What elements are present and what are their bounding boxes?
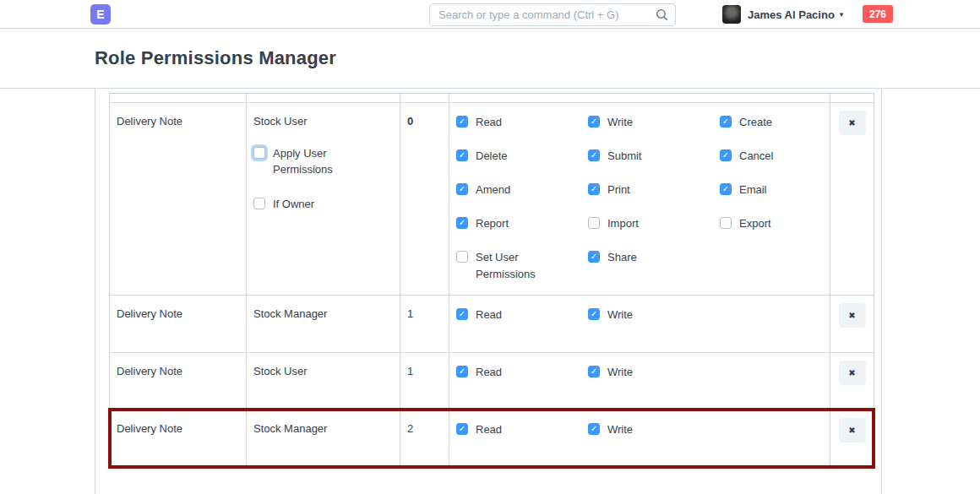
checkbox-label: Email bbox=[739, 182, 767, 198]
checkbox-icon: ✓ bbox=[456, 183, 468, 195]
checkbox-label: Write bbox=[607, 307, 633, 323]
permission-checkbox[interactable]: ✓ Write bbox=[588, 421, 720, 438]
document-type-cell: Delivery Note bbox=[110, 410, 247, 467]
permission-checkbox[interactable]: ✓ Cancel bbox=[720, 148, 830, 165]
role-name: Stock Manager bbox=[253, 307, 393, 323]
checkbox-label: Print bbox=[607, 182, 630, 198]
checkbox-label: Cancel bbox=[739, 148, 773, 165]
checkbox-icon: ✓ bbox=[456, 423, 468, 435]
checkbox-icon bbox=[720, 217, 732, 229]
delete-rule-button[interactable]: ✖ bbox=[839, 418, 866, 442]
checkbox-label: Read bbox=[476, 364, 502, 381]
permission-checkbox[interactable]: ✓ Submit bbox=[588, 148, 720, 165]
checkbox-icon: ✓ bbox=[456, 116, 468, 128]
main-content: Delivery Note Stock User Apply User Perm… bbox=[95, 89, 882, 494]
permission-checkbox[interactable]: ✓ Amend bbox=[456, 182, 588, 198]
search-input[interactable] bbox=[429, 3, 676, 26]
global-search bbox=[429, 3, 676, 26]
permission-checkbox[interactable]: ✓ Write bbox=[588, 307, 720, 323]
permissions-grid: ✓ Read ✓ Write bbox=[449, 296, 830, 352]
notification-badge[interactable]: 276 bbox=[863, 5, 893, 23]
app-logo-letter: E bbox=[96, 8, 104, 21]
checkbox-label: Write bbox=[607, 421, 633, 438]
role-name: Stock Manager bbox=[253, 421, 393, 437]
permissions-table-body: Delivery Note Stock User Apply User Perm… bbox=[110, 103, 874, 467]
role-cell: Stock User bbox=[247, 353, 400, 410]
permission-checkbox[interactable]: Apply User Permissions bbox=[253, 145, 372, 178]
permission-checkbox[interactable]: ✓ Print bbox=[588, 182, 720, 198]
level-cell: 1 bbox=[400, 296, 449, 352]
role-cell: Stock Manager bbox=[247, 410, 400, 467]
checkbox-icon: ✓ bbox=[720, 183, 732, 195]
permissions-cell: ✓ Read ✓ Write ✓ Create ✓ Delete ✓ Submi… bbox=[449, 103, 830, 295]
permissions-grid: ✓ Read ✓ Write bbox=[449, 410, 830, 467]
checkbox-label: Submit bbox=[607, 148, 641, 165]
role-cell: Stock User Apply User Permissions If Own… bbox=[247, 103, 400, 295]
user-menu[interactable]: James Al Pacino ▾ bbox=[722, 5, 843, 24]
checkbox-icon: ✓ bbox=[588, 251, 600, 263]
role-cell: Stock Manager bbox=[247, 296, 400, 352]
table-row: Delivery Note Stock Manager 2 ✓ Read ✓ W… bbox=[110, 410, 874, 467]
checkbox-icon: ✓ bbox=[456, 308, 468, 320]
delete-rule-button[interactable]: ✖ bbox=[839, 361, 866, 385]
permission-checkbox[interactable]: Export bbox=[720, 215, 830, 232]
delete-rule-button[interactable]: ✖ bbox=[839, 111, 866, 135]
checkbox-label: Read bbox=[476, 421, 502, 438]
navbar: E James Al Pacino ▾ 276 bbox=[0, 0, 980, 29]
checkbox-icon: ✓ bbox=[456, 149, 468, 161]
permission-checkbox[interactable]: ✓ Email bbox=[720, 182, 830, 198]
permissions-grid: ✓ Read ✓ Write bbox=[449, 353, 830, 410]
role-options: Apply User Permissions If Owner bbox=[253, 145, 393, 213]
checkbox-icon: ✓ bbox=[456, 217, 468, 229]
role-name: Stock User bbox=[253, 364, 393, 380]
level-cell: 2 bbox=[400, 410, 449, 467]
table-row: Delivery Note Stock Manager 1 ✓ Read ✓ W… bbox=[110, 296, 874, 353]
app-logo-button[interactable]: E bbox=[90, 4, 111, 24]
checkbox-label: Read bbox=[476, 114, 502, 131]
delete-cell: ✖ bbox=[830, 410, 874, 467]
permission-checkbox[interactable]: ✓ Read bbox=[456, 114, 588, 131]
checkbox-label: Create bbox=[739, 114, 772, 131]
page-title: Role Permissions Manager bbox=[95, 47, 980, 69]
permission-checkbox[interactable]: ✓ Read bbox=[456, 421, 588, 438]
permission-checkbox[interactable]: ✓ Read bbox=[456, 307, 588, 323]
permission-checkbox[interactable]: ✓ Create bbox=[720, 114, 830, 131]
user-name: James Al Pacino bbox=[748, 8, 835, 21]
permission-checkbox[interactable]: ✓ Read bbox=[456, 364, 588, 381]
checkbox-icon: ✓ bbox=[720, 149, 732, 161]
table-row: Delivery Note Stock User Apply User Perm… bbox=[110, 103, 874, 296]
delete-rule-button[interactable]: ✖ bbox=[839, 303, 866, 328]
checkbox-label: Amend bbox=[476, 182, 510, 198]
page-head: Role Permissions Manager bbox=[0, 29, 980, 89]
document-type-cell: Delivery Note bbox=[110, 353, 247, 410]
checkbox-icon bbox=[253, 147, 265, 159]
permission-checkbox[interactable]: Import bbox=[588, 215, 720, 232]
permission-checkbox[interactable]: ✓ Share bbox=[588, 249, 720, 266]
permissions-cell: ✓ Read ✓ Write bbox=[449, 353, 830, 410]
table-row-partial bbox=[110, 94, 874, 103]
permission-checkbox[interactable]: ✓ Write bbox=[588, 364, 720, 381]
role-name: Stock User bbox=[253, 114, 393, 130]
checkbox-label: Write bbox=[607, 114, 633, 131]
checkbox-icon bbox=[456, 251, 468, 263]
checkbox-label: Delete bbox=[476, 148, 508, 165]
checkbox-icon: ✓ bbox=[588, 308, 600, 320]
permission-checkbox[interactable]: ✓ Report bbox=[456, 215, 588, 232]
permission-checkbox[interactable]: ✓ Write bbox=[588, 114, 720, 131]
permissions-cell: ✓ Read ✓ Write bbox=[449, 296, 830, 352]
level-cell: 1 bbox=[400, 353, 449, 410]
permission-checkbox[interactable]: Set User Permissions bbox=[456, 249, 588, 282]
checkbox-icon: ✓ bbox=[588, 366, 600, 377]
checkbox-icon: ✓ bbox=[588, 183, 600, 195]
permission-checkbox[interactable]: ✓ Delete bbox=[456, 148, 588, 165]
document-type-cell: Delivery Note bbox=[110, 296, 247, 352]
permissions-grid: ✓ Read ✓ Write ✓ Create ✓ Delete ✓ Submi… bbox=[449, 103, 830, 295]
checkbox-label: Export bbox=[739, 215, 771, 232]
permission-checkbox[interactable]: If Owner bbox=[253, 196, 372, 213]
checkbox-icon: ✓ bbox=[588, 423, 600, 435]
user-avatar bbox=[722, 5, 741, 24]
level-cell: 0 bbox=[400, 103, 449, 295]
delete-cell: ✖ bbox=[830, 103, 874, 295]
checkbox-label: Read bbox=[476, 307, 502, 323]
checkbox-icon: ✓ bbox=[456, 366, 468, 377]
